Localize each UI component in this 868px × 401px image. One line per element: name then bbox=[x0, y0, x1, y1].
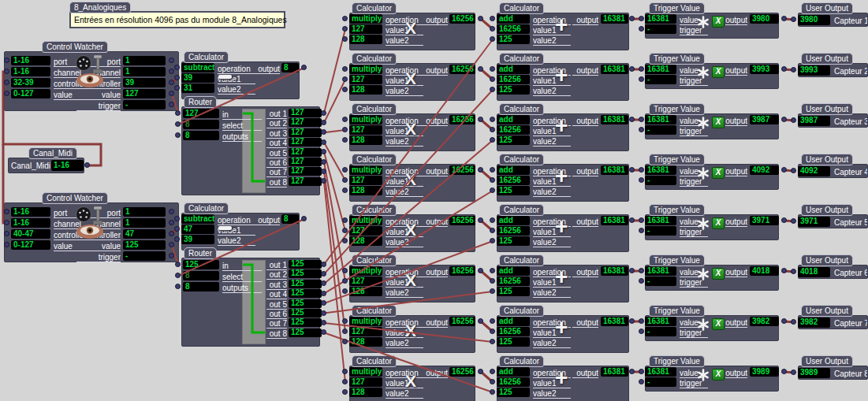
module-tab-calculator[interactable]: Calculator bbox=[352, 2, 397, 14]
connection-dot[interactable] bbox=[342, 66, 348, 72]
connection-dot[interactable] bbox=[791, 369, 796, 375]
value-box[interactable]: add bbox=[497, 317, 530, 326]
connection-dot[interactable] bbox=[169, 231, 174, 236]
module-tab-user-output[interactable]: User Output bbox=[801, 2, 853, 14]
value-box[interactable]: 127 bbox=[289, 109, 322, 117]
module-tab-calculator[interactable]: Calculator bbox=[499, 103, 544, 115]
module-tab-calculator[interactable]: Calculator bbox=[184, 51, 229, 63]
connection-dot[interactable] bbox=[342, 16, 348, 21]
connection-dot[interactable] bbox=[342, 137, 348, 143]
value-box[interactable]: 16381 bbox=[601, 216, 628, 225]
value-box[interactable]: add bbox=[497, 367, 530, 377]
value-box[interactable]: - bbox=[645, 75, 676, 84]
connection-dot[interactable] bbox=[490, 329, 495, 334]
value-box[interactable]: multiply bbox=[349, 14, 382, 24]
patch-title-tab[interactable]: 8_Analogiques bbox=[69, 2, 131, 13]
value-box[interactable]: 3982 bbox=[750, 317, 779, 326]
value-box[interactable]: 1-16 bbox=[11, 218, 50, 228]
connection-dot[interactable] bbox=[4, 220, 9, 225]
value-box[interactable]: 3982 bbox=[798, 317, 830, 328]
connection-dot[interactable] bbox=[321, 178, 326, 184]
module-tab-user-output[interactable]: User Output bbox=[801, 305, 853, 317]
connection-dot[interactable] bbox=[639, 268, 644, 273]
connection-dot[interactable] bbox=[321, 320, 326, 325]
module-tab-calculator[interactable]: Calculator bbox=[352, 103, 397, 115]
value-box[interactable]: 3971 bbox=[798, 217, 830, 227]
connection-dot[interactable] bbox=[301, 65, 307, 70]
connection-dot[interactable] bbox=[478, 117, 483, 122]
value-box[interactable]: 125 bbox=[289, 299, 322, 308]
connection-dot[interactable] bbox=[175, 284, 181, 289]
connection-dot[interactable] bbox=[639, 76, 644, 82]
connection-dot[interactable] bbox=[791, 218, 796, 224]
connection-dot[interactable] bbox=[4, 242, 9, 247]
connection-dot[interactable] bbox=[490, 339, 495, 344]
connection-dot[interactable] bbox=[639, 379, 644, 384]
value-box[interactable]: 16256 bbox=[497, 176, 530, 185]
connection-dot[interactable] bbox=[321, 159, 326, 165]
connection-dot[interactable] bbox=[4, 58, 9, 63]
connection-dot[interactable] bbox=[342, 318, 348, 324]
connection-dot[interactable] bbox=[490, 369, 495, 374]
value-box[interactable]: 3989 bbox=[750, 367, 779, 377]
connection-dot[interactable] bbox=[490, 228, 495, 233]
value-box[interactable]: 125 bbox=[289, 309, 322, 317]
connection-dot[interactable] bbox=[342, 389, 348, 395]
value-box[interactable]: 1 bbox=[123, 56, 166, 65]
connection-dot[interactable] bbox=[490, 117, 495, 122]
connection-dot[interactable] bbox=[342, 167, 348, 173]
value-box[interactable]: 16256 bbox=[449, 266, 475, 276]
value-box[interactable]: multiply bbox=[349, 65, 382, 74]
value-box[interactable]: multiply bbox=[349, 165, 382, 175]
value-box[interactable]: 1 bbox=[123, 67, 166, 76]
connection-dot[interactable] bbox=[629, 268, 635, 273]
module-tab-trigger-value[interactable]: Trigger Value bbox=[649, 103, 705, 115]
value-box[interactable]: 128 bbox=[349, 186, 382, 195]
connection-dot[interactable] bbox=[169, 58, 174, 63]
connection-dot[interactable] bbox=[4, 231, 9, 236]
connection-dot[interactable] bbox=[490, 318, 495, 324]
connection-dot[interactable] bbox=[781, 66, 787, 72]
connection-dot[interactable] bbox=[639, 26, 644, 32]
connection-dot[interactable] bbox=[4, 209, 9, 214]
connection-dot[interactable] bbox=[478, 318, 483, 324]
value-box[interactable]: multiply bbox=[349, 266, 382, 276]
value-box[interactable]: - bbox=[645, 377, 676, 387]
connection-dot[interactable] bbox=[175, 132, 181, 138]
value-box[interactable]: - bbox=[645, 226, 676, 236]
connection-dot[interactable] bbox=[342, 329, 348, 334]
value-box[interactable]: 125 bbox=[497, 388, 530, 397]
value-box[interactable]: 32-39 bbox=[11, 78, 50, 87]
connection-dot[interactable] bbox=[490, 379, 495, 384]
connection-dot[interactable] bbox=[639, 177, 644, 183]
connection-dot[interactable] bbox=[791, 67, 796, 72]
value-box[interactable]: 125 bbox=[497, 35, 530, 44]
module-tab-user-output[interactable]: User Output bbox=[801, 355, 853, 367]
connection-dot[interactable] bbox=[169, 91, 174, 96]
connection-dot[interactable] bbox=[478, 369, 483, 374]
value-box[interactable]: 125 bbox=[289, 289, 322, 298]
value-box[interactable]: 16256 bbox=[497, 125, 530, 135]
connection-dot[interactable] bbox=[490, 238, 495, 243]
value-box[interactable]: add bbox=[497, 266, 530, 276]
connection-dot[interactable] bbox=[629, 167, 635, 173]
connection-dot[interactable] bbox=[478, 66, 483, 72]
connection-dot[interactable] bbox=[490, 188, 495, 193]
value-box[interactable]: multiply bbox=[349, 367, 382, 377]
value-box[interactable]: 3987 bbox=[750, 115, 779, 124]
value-box[interactable]: 16381 bbox=[645, 14, 676, 24]
value-box[interactable]: multiply bbox=[349, 317, 382, 326]
value-box[interactable]: 16256 bbox=[449, 115, 475, 124]
value-box[interactable]: 125 bbox=[497, 85, 530, 95]
connection-dot[interactable] bbox=[321, 110, 326, 116]
value-box[interactable]: 4018 bbox=[798, 267, 830, 277]
value-box[interactable]: multiply bbox=[349, 115, 382, 124]
value-box[interactable]: 127 bbox=[289, 138, 322, 147]
module-tab-calculator[interactable]: Calculator bbox=[352, 355, 397, 367]
value-box[interactable]: add bbox=[497, 216, 530, 225]
module-tab-calculator[interactable]: Calculator bbox=[352, 154, 397, 165]
connection-dot[interactable] bbox=[781, 268, 787, 273]
value-box[interactable]: 16256 bbox=[497, 327, 530, 336]
connection-dot[interactable] bbox=[639, 217, 644, 223]
value-box[interactable]: subtract bbox=[181, 63, 214, 72]
